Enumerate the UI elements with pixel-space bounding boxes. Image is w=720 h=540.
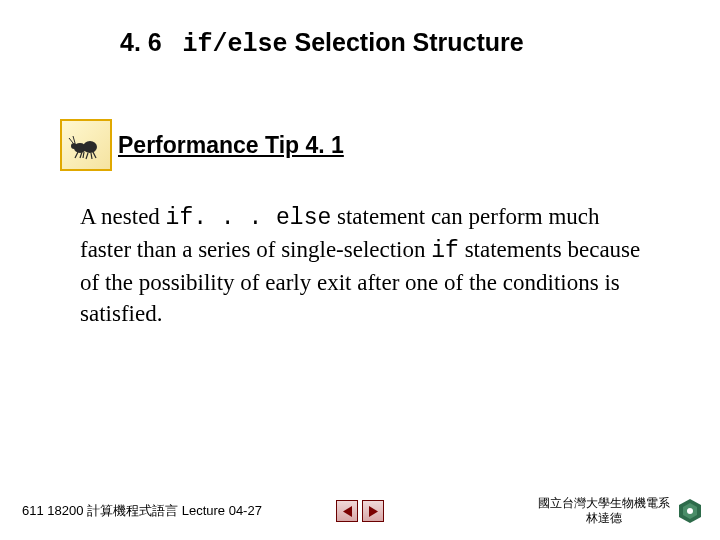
svg-marker-11 (343, 506, 352, 517)
nav-buttons (336, 500, 384, 522)
body-c1: if. . . else (166, 205, 332, 231)
svg-point-2 (71, 143, 77, 149)
footer-left-text: 611 18200 計算機程式語言 Lecture 04-27 (22, 502, 262, 520)
tip-title: Performance Tip 4. 1 (118, 132, 344, 159)
title-rest: Selection Structure (288, 28, 524, 56)
svg-line-5 (75, 152, 78, 158)
slide: 4. 6 if/else Selection Structure Perform… (0, 0, 720, 540)
footer: 611 18200 計算機程式語言 Lecture 04-27 國立台灣大學生物… (0, 496, 720, 526)
svg-marker-12 (369, 506, 378, 517)
slide-title: 4. 6 if/else Selection Structure (120, 28, 660, 59)
tip-header: Performance Tip 4. 1 (60, 119, 660, 171)
performance-tip-icon (60, 119, 112, 171)
next-button[interactable] (362, 500, 384, 522)
svg-line-4 (73, 136, 75, 143)
affil-line2: 林達德 (538, 511, 670, 526)
svg-line-9 (83, 152, 84, 158)
svg-line-3 (69, 138, 73, 143)
body-t1: A nested (80, 204, 166, 229)
svg-point-1 (83, 141, 97, 153)
body-c2: if (431, 238, 459, 264)
triangle-left-icon (342, 505, 353, 518)
footer-right: 國立台灣大學生物機電系 林達德 (538, 496, 704, 526)
prev-button[interactable] (336, 500, 358, 522)
triangle-right-icon (368, 505, 379, 518)
section-number: 4. 6 (120, 28, 162, 56)
svg-point-15 (687, 508, 693, 514)
svg-line-8 (93, 152, 96, 158)
affiliation-text: 國立台灣大學生物機電系 林達德 (538, 496, 670, 526)
university-logo-icon (676, 497, 704, 525)
affil-line1: 國立台灣大學生物機電系 (538, 496, 670, 511)
svg-line-10 (91, 153, 92, 159)
svg-line-7 (86, 153, 88, 159)
body-paragraph: A nested if. . . else statement can perf… (80, 201, 650, 329)
title-code: if/else (183, 30, 288, 59)
